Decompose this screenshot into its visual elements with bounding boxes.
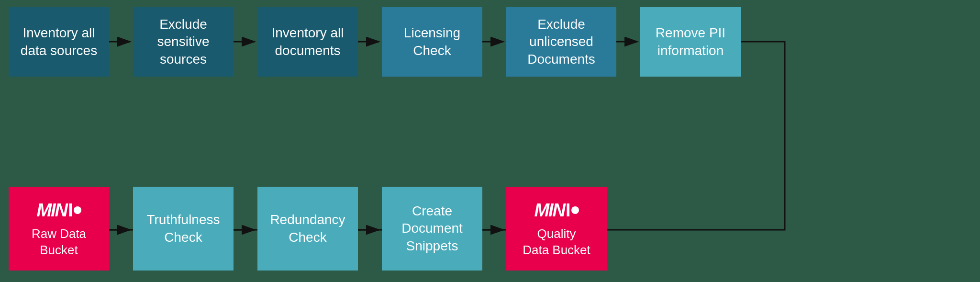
minio-box-content: MINI Raw DataBucket xyxy=(32,199,86,259)
minio-logo: MINI xyxy=(36,199,81,222)
box-inventory-all-sources: Inventory alldata sources xyxy=(9,7,109,77)
box-label: Remove PIIinformation xyxy=(656,24,725,59)
box-label: Excludesensitivesources xyxy=(157,16,210,68)
quality-bucket-label: QualityData Bucket xyxy=(523,226,590,259)
box-label: Inventory alldata sources xyxy=(21,24,97,59)
box-inventory-documents: Inventory alldocuments xyxy=(257,7,358,77)
box-truthfulness-check: TruthfulnessCheck xyxy=(133,187,234,271)
box-label: CreateDocumentSnippets xyxy=(401,203,463,255)
box-exclude-sensitive: Excludesensitivesources xyxy=(133,7,234,77)
minio-box-content-2: MINI QualityData Bucket xyxy=(523,199,590,259)
box-label: LicensingCheck xyxy=(404,24,460,59)
raw-bucket-label: Raw DataBucket xyxy=(32,226,86,259)
box-exclude-unlicensed: ExcludeunlicensedDocuments xyxy=(506,7,616,77)
box-label: TruthfulnessCheck xyxy=(146,211,220,246)
box-label: Inventory alldocuments xyxy=(272,24,344,59)
box-label: RedundancyCheck xyxy=(270,211,345,246)
box-create-snippets: CreateDocumentSnippets xyxy=(382,187,482,271)
minio-logo-2: MINI xyxy=(534,199,579,222)
workflow-diagram: Inventory alldata sources Excludesensiti… xyxy=(0,0,980,282)
box-remove-pii: Remove PIIinformation xyxy=(640,7,741,77)
box-label: ExcludeunlicensedDocuments xyxy=(527,16,595,68)
box-redundancy-check: RedundancyCheck xyxy=(257,187,358,271)
box-minio-raw: MINI Raw DataBucket xyxy=(9,187,109,271)
box-licensing-check: LicensingCheck xyxy=(382,7,482,77)
box-minio-quality: MINI QualityData Bucket xyxy=(506,187,607,271)
